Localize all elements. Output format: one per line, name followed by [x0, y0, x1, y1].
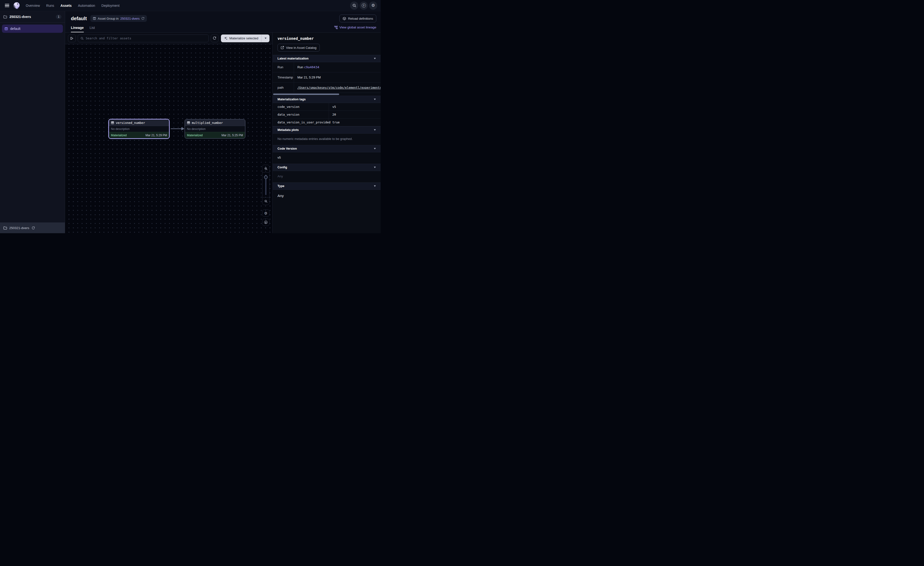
- section-heading: Type: [278, 184, 284, 188]
- row-label: Run: [273, 62, 294, 72]
- view-in-asset-catalog-label: View in Asset Catalog: [286, 46, 316, 50]
- external-link-icon: [280, 46, 284, 49]
- path-link[interactable]: /Users/smackesey/stm/code/elementl/exper…: [297, 86, 381, 89]
- primary-nav: Overview Runs Assets Automation Deployme…: [26, 4, 120, 8]
- sync-icon[interactable]: [141, 17, 144, 20]
- view-global-asset-lineage-link[interactable]: View global asset lineage: [334, 26, 376, 29]
- table-row: code_version v5: [273, 103, 381, 111]
- asset-groups-sidebar: 250321-dvers 1 default: [0, 11, 65, 233]
- view-global-asset-lineage-label: View global asset lineage: [339, 26, 376, 29]
- top-nav: Overview Runs Assets Automation Deployme…: [0, 0, 381, 11]
- row-label: path: [273, 83, 294, 93]
- section-config[interactable]: Config: [273, 164, 381, 171]
- settings-button[interactable]: ⚙: [369, 2, 377, 10]
- download-graph-button[interactable]: [262, 218, 270, 226]
- hamburger-menu-icon[interactable]: [5, 4, 9, 7]
- zoom-slider-knob[interactable]: [264, 175, 268, 179]
- reload-definitions-button[interactable]: Reload definitions: [339, 15, 376, 23]
- code-version-value: v5: [273, 152, 381, 164]
- nav-item-assets[interactable]: Assets: [60, 4, 72, 8]
- search-button[interactable]: [350, 2, 358, 10]
- tab-lineage[interactable]: Lineage: [71, 23, 84, 32]
- tag-key: code_version: [273, 103, 329, 110]
- sidebar-spacer: [0, 33, 65, 223]
- chevron-down-icon: [374, 99, 376, 100]
- chevron-down-icon: [374, 129, 376, 131]
- help-icon: ?: [362, 3, 366, 8]
- tag-value: v5: [329, 103, 381, 110]
- asset-group-icon: [93, 17, 96, 20]
- asset-node-description: No description: [185, 126, 245, 132]
- section-heading: Materialization tags: [278, 98, 306, 101]
- asset-group-icon: [4, 27, 8, 31]
- asset-node-versioned-number[interactable]: versioned_number No description Material…: [108, 119, 170, 139]
- sidebar-group-name: 250321-dvers: [9, 15, 31, 19]
- section-materialization-tags[interactable]: Materialization tags: [273, 96, 381, 103]
- tab-list[interactable]: List: [90, 23, 95, 32]
- nav-item-overview[interactable]: Overview: [26, 4, 40, 8]
- chevron-down-icon: [374, 167, 376, 168]
- page-title: default: [71, 16, 87, 21]
- reload-cube-icon: [342, 17, 346, 20]
- lineage-canvas[interactable]: versioned_number No description Material…: [65, 44, 272, 233]
- gear-icon: ⚙: [264, 211, 267, 215]
- dagster-logo-icon: [13, 2, 20, 9]
- asset-group-badge: Asset Group in 250321-dvers: [90, 15, 147, 22]
- run-id-link[interactable]: c9a40434: [304, 65, 319, 69]
- section-code-version[interactable]: Code Version: [273, 145, 381, 152]
- zoom-slider[interactable]: [262, 172, 269, 197]
- section-latest-materialization[interactable]: Latest materialization: [273, 55, 381, 62]
- asset-node-name: versioned_number: [116, 121, 145, 125]
- materialize-selected-split-button: Materialize selected: [221, 35, 270, 42]
- view-in-asset-catalog-button[interactable]: View in Asset Catalog: [278, 44, 320, 51]
- asset-details-panel: versioned_number View in Asset Catalog: [272, 33, 381, 233]
- materialize-selected-button[interactable]: Materialize selected: [221, 35, 261, 42]
- section-metadata-plots[interactable]: Metadata plots: [273, 126, 381, 134]
- expand-panel-button[interactable]: [68, 35, 76, 42]
- zoom-in-button[interactable]: [262, 165, 269, 172]
- code-location-footer[interactable]: 250321-dvers: [0, 223, 65, 233]
- metadata-plots-empty-message: No numeric metadata entries available to…: [273, 134, 381, 145]
- section-heading: Code Version: [278, 147, 297, 151]
- view-tabs: Lineage List View global asset lineage: [65, 23, 381, 33]
- materialize-options-button[interactable]: [261, 35, 270, 42]
- graph-settings-button[interactable]: ⚙: [262, 209, 270, 217]
- asset-node-name: multiplied_number: [192, 121, 223, 125]
- search-input[interactable]: [86, 36, 206, 40]
- download-icon: [264, 220, 268, 224]
- refresh-graph-button[interactable]: [211, 35, 219, 42]
- asset-node-multiplied-number[interactable]: multiplied_number No description Materia…: [184, 119, 246, 139]
- sparkles-icon: [224, 36, 228, 40]
- badge-text: Asset Group in: [98, 17, 119, 20]
- scrollbar-thumb[interactable]: [273, 93, 339, 95]
- chevron-down-icon: [374, 58, 376, 59]
- nav-item-deployment[interactable]: Deployment: [102, 4, 120, 8]
- badge-group-link[interactable]: 250321-dvers: [120, 17, 140, 20]
- table-icon: [111, 121, 114, 124]
- help-button[interactable]: ?: [360, 2, 368, 10]
- sidebar-group-count-badge: 1: [56, 15, 62, 19]
- folder-icon: [3, 226, 7, 230]
- row-label: Timestamp: [273, 72, 294, 82]
- chevron-down-icon: [265, 38, 267, 39]
- nav-item-automation[interactable]: Automation: [78, 4, 95, 8]
- section-heading: Metadata plots: [278, 128, 299, 132]
- sidebar-group-row[interactable]: 250321-dvers 1: [0, 11, 65, 23]
- chevron-down-icon: [374, 185, 376, 187]
- materialized-status-badge: Materialized: [111, 134, 127, 137]
- sidebar-item-default[interactable]: default: [2, 24, 63, 33]
- nav-item-runs[interactable]: Runs: [46, 4, 54, 8]
- lineage-graph-icon: [334, 26, 338, 29]
- table-row: data_version_is_user_provided true: [273, 119, 381, 126]
- type-value: Any: [273, 190, 381, 203]
- zoom-out-button[interactable]: [262, 197, 269, 205]
- sync-icon[interactable]: [32, 226, 35, 230]
- section-type[interactable]: Type: [273, 182, 381, 190]
- materialize-selected-label: Materialize selected: [230, 36, 258, 40]
- tag-value: 20: [329, 111, 381, 118]
- sidebar-item-label: default: [10, 27, 20, 31]
- table-row: Timestamp Mar 21, 5:29 PM: [273, 72, 381, 83]
- materialization-timestamp: Mar 21, 5:25 PM: [221, 134, 243, 137]
- reload-definitions-label: Reload definitions: [348, 17, 373, 20]
- section-heading: Config: [278, 166, 287, 169]
